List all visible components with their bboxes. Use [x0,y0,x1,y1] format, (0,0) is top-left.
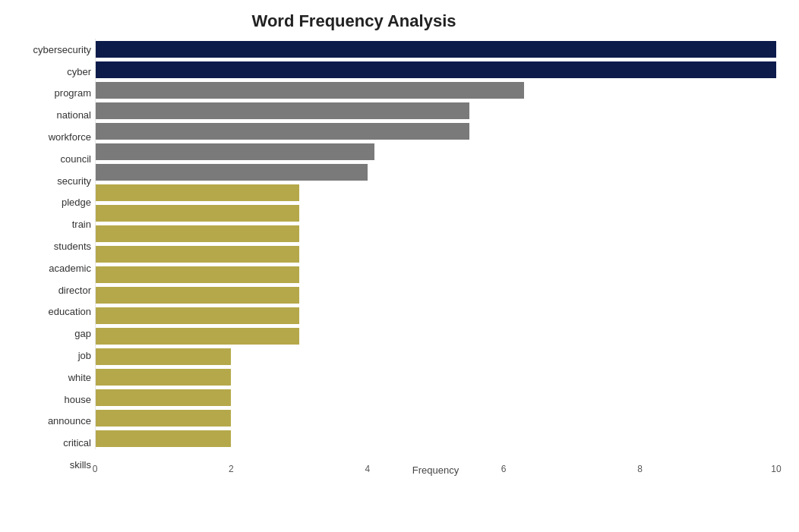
bar-label: announce [8,416,91,426]
bar-row [95,307,776,324]
bar [95,389,231,406]
bar-label: director [8,285,91,295]
bar [95,430,231,447]
bar-row [95,430,776,447]
bar [95,205,299,222]
bar-label: skills [8,460,91,470]
bar [95,61,776,78]
bar-row [95,61,776,78]
bar-row [95,205,776,222]
bar-label: pledge [8,197,91,207]
bar-label: cybersecurity [8,45,91,55]
bar [95,246,299,263]
bar [95,348,231,365]
bar [95,369,231,386]
bar [95,102,469,119]
bar-label: house [8,395,91,405]
bar-label: students [8,241,91,251]
bar-label: job [8,351,91,360]
bar-row [95,246,776,263]
chart-title: Word Frequency Analysis [0,11,776,31]
bar-row [95,41,776,58]
bar-row [95,82,776,99]
bar-row [95,328,776,345]
bar [95,143,374,160]
bar-row [95,348,776,365]
bar-row [95,164,776,181]
x-axis-label: Frequency [95,464,776,476]
bar-label: council [8,154,91,164]
bar-label: workforce [8,132,91,142]
bar-row [95,369,776,386]
bar-row [95,123,776,140]
bar-label: program [8,88,91,98]
bar [95,225,299,242]
bar [95,266,299,283]
bar-row [95,389,776,406]
chart-body: cybersecuritycyberprogramnationalworkfor… [8,39,776,476]
bars-container [95,39,776,449]
bar-row [95,143,776,160]
bar [95,307,299,324]
bar-label: national [8,110,91,120]
bar-label: gap [8,329,91,338]
bar [95,410,231,427]
bar-row [95,266,776,283]
bar-label: academic [8,263,91,273]
x-axis: 0246810 Frequency [95,449,776,476]
bar-label: critical [8,438,91,448]
labels-column: cybersecuritycyberprogramnationalworkfor… [8,39,95,476]
bar [95,41,776,58]
bar-label: white [8,373,91,382]
chart-container: Word Frequency Analysis cybersecuritycyb… [0,0,799,532]
bar-label: education [8,307,91,316]
bar-row [95,287,776,304]
bar [95,287,299,304]
bar-row [95,184,776,201]
bar-label: train [8,219,91,229]
bar [95,328,299,345]
bar [95,123,469,140]
bar [95,82,524,99]
plot-area: 0246810 Frequency [95,39,776,476]
bar-row [95,102,776,119]
bar-label: security [8,176,91,186]
bar [95,164,368,181]
bar-row [95,225,776,242]
bar [95,184,299,201]
bar-row [95,410,776,427]
bar-label: cyber [8,67,91,77]
